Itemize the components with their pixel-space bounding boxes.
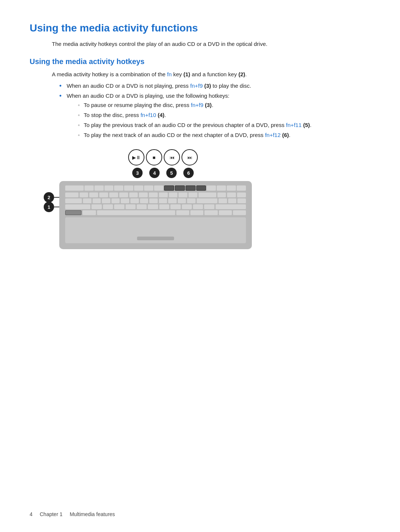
sub-bullet-list: To pause or resume playing the disc, pre…: [78, 102, 370, 138]
badge-2-circle: 2: [44, 192, 54, 203]
fn-key-ref: fn: [167, 71, 172, 77]
media-icons-row: ▶⏸ ■ ⏮ ⏭: [67, 149, 259, 165]
bullet-item-2: When an audio CD or a DVD is playing, us…: [59, 93, 370, 138]
section-subtitle: Using the media activity hotkeys: [30, 57, 370, 66]
badge-1-circle: 1: [44, 202, 54, 212]
section-label: Multimedia features: [70, 511, 115, 517]
fn-f11-ref: fn+f11: [286, 122, 301, 128]
page-footer: 4 Chapter 1 Multimedia features: [30, 511, 115, 517]
number-badges-row: 3 4 5 6: [67, 168, 259, 178]
main-bullet-list: When an audio CD or a DVD is not playing…: [59, 83, 370, 138]
page-number: 4: [30, 511, 33, 517]
fn-f9-ref-2: fn+f9: [191, 102, 203, 108]
next-icon: ⏭: [181, 149, 198, 165]
bullet-item-1: When an audio CD or a DVD is not playing…: [59, 83, 370, 89]
hotkey-intro: A media activity hotkey is a combination…: [52, 71, 370, 77]
keyboard-body: [59, 181, 252, 249]
main-key-area: [65, 193, 246, 215]
play-pause-icon: ▶⏸: [128, 149, 144, 165]
fn-key-row: [65, 185, 246, 191]
sub-bullet-pause: To pause or resume playing the disc, pre…: [78, 102, 370, 108]
touchpad-bar: [137, 237, 174, 240]
sub-bullet-next: To play the next track of an audio CD or…: [78, 132, 370, 138]
sub-bullet-prev: To play the previous track of an audio C…: [78, 122, 370, 128]
keyboard-illustration: ▶⏸ ■ ⏮ ⏭ 3 4 5 6 2 1: [59, 149, 252, 249]
touchpad: [65, 217, 246, 243]
badge-6: 6: [183, 168, 194, 178]
fn-f10-ref: fn+f10: [140, 112, 156, 118]
chapter-label: Chapter 1: [40, 511, 62, 517]
badge-3: 3: [132, 168, 143, 178]
badge-5: 5: [166, 168, 177, 178]
intro-paragraph: The media activity hotkeys control the p…: [52, 41, 370, 47]
prev-icon: ⏮: [164, 149, 180, 165]
sub-bullet-stop: To stop the disc, press fn+f10 (4).: [78, 112, 370, 118]
badge-4: 4: [149, 168, 160, 178]
page-title: Using the media activity functions: [30, 22, 370, 34]
stop-icon: ■: [146, 149, 162, 165]
fn-f9-ref-1: fn+f9: [190, 83, 203, 89]
fn-f12-ref: fn+f12: [265, 132, 280, 138]
